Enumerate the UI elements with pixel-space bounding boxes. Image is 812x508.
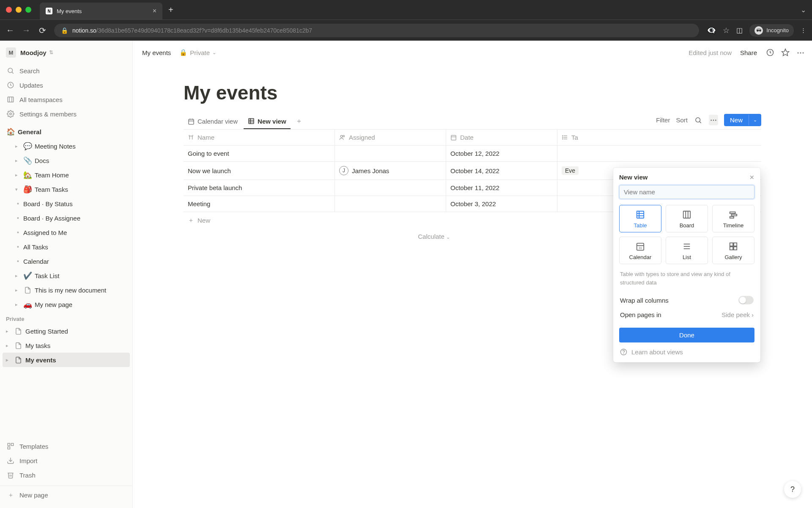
sidebar-page-getting-started[interactable]: ▸ Getting Started <box>3 324 130 338</box>
help-fab[interactable]: ? <box>784 481 801 498</box>
done-button[interactable]: Done <box>619 328 754 342</box>
filter-button[interactable]: Filter <box>656 116 670 124</box>
table-row[interactable]: Going to event October 12, 2022 <box>184 146 761 162</box>
reload-button[interactable]: ⟳ <box>38 25 47 36</box>
sidebar-page-board-status[interactable]: • Board · By Status <box>3 196 130 211</box>
private-indicator[interactable]: 🔒 Private ⌄ <box>176 47 219 58</box>
browser-menu-icon[interactable]: ⋮ <box>801 27 806 33</box>
column-tags[interactable]: Ta <box>557 130 761 145</box>
sidebar-page-docs[interactable]: ▸ 📎 Docs <box>3 153 130 168</box>
more-icon[interactable]: ⋯ <box>796 48 805 57</box>
expand-icon[interactable]: ▸ <box>15 172 23 178</box>
view-tab-calendar[interactable]: Calendar view <box>184 114 242 128</box>
sidebar-page-meeting-notes[interactable]: ▸ 💬 Meeting Notes <box>3 139 130 153</box>
sidebar-page-new-page[interactable]: ▸ 🚗 My new page <box>3 297 130 312</box>
view-more-icon[interactable]: ⋯ <box>709 115 718 125</box>
sidebar-import[interactable]: Import <box>0 453 132 468</box>
sidebar-page-my-tasks[interactable]: ▸ My tasks <box>3 338 130 353</box>
window-maximize[interactable] <box>25 7 31 13</box>
column-date[interactable]: Date <box>446 130 557 145</box>
cell-name[interactable]: Now we launch <box>184 162 335 179</box>
browser-tab[interactable]: N My events × <box>40 3 162 19</box>
view-type-gallery[interactable]: Gallery <box>712 237 754 264</box>
sidebar-page-all-tasks[interactable]: • All Tasks <box>3 240 130 254</box>
panel-icon[interactable]: ◫ <box>736 26 743 34</box>
column-assigned[interactable]: Assigned <box>335 130 446 145</box>
expand-icon[interactable]: ▸ <box>6 329 14 334</box>
column-name[interactable]: Name <box>184 130 335 145</box>
breadcrumb-page[interactable]: My events <box>140 47 173 58</box>
tab-close-icon[interactable]: × <box>153 7 156 15</box>
sidebar-updates[interactable]: Updates <box>0 78 132 92</box>
add-view-button[interactable]: ＋ <box>292 113 306 129</box>
expand-icon[interactable]: ▸ <box>15 287 23 293</box>
view-tab-new[interactable]: New view <box>244 114 291 129</box>
forward-button[interactable]: → <box>22 25 30 35</box>
cell-date[interactable]: October 14, 2022 <box>446 162 557 179</box>
view-type-list[interactable]: List <box>666 237 708 264</box>
cell-assigned[interactable] <box>335 146 446 161</box>
view-type-calendar[interactable]: 31 Calendar <box>619 237 661 264</box>
learn-views-link[interactable]: Learn about views <box>619 342 754 356</box>
expand-icon[interactable]: ▸ <box>15 158 23 163</box>
sort-button[interactable]: Sort <box>676 116 688 124</box>
sidebar-templates[interactable]: Templates <box>0 439 132 453</box>
collapse-icon[interactable]: ▾ <box>15 187 23 192</box>
cell-assigned[interactable] <box>335 196 446 212</box>
sidebar-page-team-tasks[interactable]: ▾ 🎒 Team Tasks <box>3 182 130 196</box>
cell-assigned[interactable]: J James Jonas <box>335 162 446 179</box>
sidebar-page-new-doc[interactable]: ▸ This is my new document <box>3 283 130 297</box>
page-title[interactable]: My events <box>184 81 761 104</box>
back-button[interactable]: ← <box>6 25 14 35</box>
view-name-input[interactable] <box>619 185 754 199</box>
calculate-button[interactable]: Calculate ⌄ <box>188 233 450 240</box>
sidebar-teamspaces[interactable]: All teamspaces <box>0 92 132 107</box>
private-section-label[interactable]: Private <box>0 312 132 324</box>
sidebar-search[interactable]: Search <box>0 64 132 78</box>
workspace-switcher[interactable]: M Moodjoy ⇅ <box>0 45 132 60</box>
close-icon[interactable]: ✕ <box>749 174 754 181</box>
view-type-board[interactable]: Board <box>666 205 708 232</box>
sidebar-trash[interactable]: Trash <box>0 468 132 482</box>
wrap-columns-row[interactable]: Wrap all columns <box>619 293 754 308</box>
cell-tags[interactable] <box>557 146 761 161</box>
view-type-table[interactable]: Table <box>619 205 661 232</box>
expand-icon[interactable]: ▸ <box>15 302 23 307</box>
expand-icon[interactable]: ▸ <box>15 144 23 149</box>
updates-icon[interactable] <box>765 48 775 57</box>
share-button[interactable]: Share <box>738 47 760 58</box>
sidebar-page-assigned-me[interactable]: • Assigned to Me <box>3 225 130 240</box>
chevron-down-icon[interactable]: ⌄ <box>749 115 761 125</box>
view-type-timeline[interactable]: Timeline <box>712 205 754 232</box>
cell-name[interactable]: Meeting <box>184 196 335 212</box>
cell-date[interactable]: October 12, 2022 <box>446 146 557 161</box>
sidebar-page-board-assignee[interactable]: • Board · By Assignee <box>3 211 130 225</box>
new-record-button[interactable]: New ⌄ <box>724 114 761 126</box>
search-icon[interactable] <box>694 116 703 124</box>
sidebar-page-calendar[interactable]: • Calendar <box>3 254 130 268</box>
favorite-icon[interactable] <box>781 48 790 57</box>
window-minimize[interactable] <box>16 7 22 13</box>
open-pages-row[interactable]: Open pages in Side peek › <box>619 308 754 322</box>
cell-name[interactable]: Private beta launch <box>184 180 335 196</box>
sidebar-new-page[interactable]: ＋ New page <box>0 486 132 504</box>
incognito-badge[interactable]: 🕶 Incognito <box>749 24 794 37</box>
sidebar-page-task-list[interactable]: ▸ ✔️ Task List <box>3 268 130 283</box>
new-tab-button[interactable]: + <box>168 5 173 15</box>
expand-icon[interactable]: ▸ <box>6 357 14 363</box>
cell-assigned[interactable] <box>335 180 446 196</box>
eye-off-icon[interactable]: 👁‍🗨 <box>707 26 716 35</box>
sidebar-settings[interactable]: Settings & members <box>0 107 132 121</box>
expand-icon[interactable]: ▸ <box>15 273 23 279</box>
bookmark-star-icon[interactable]: ☆ <box>723 26 730 35</box>
cell-date[interactable]: October 3, 2022 <box>446 196 557 212</box>
cell-date[interactable]: October 11, 2022 <box>446 180 557 196</box>
wrap-columns-toggle[interactable] <box>738 296 754 304</box>
sidebar-teamspace-general[interactable]: 🏠 General <box>3 124 130 139</box>
address-bar[interactable]: 🔒 notion.so/36d8a1be657e49d0940178c18eac… <box>54 24 699 37</box>
sidebar-page-team-home[interactable]: ▸ 🏡 Team Home <box>3 168 130 182</box>
expand-icon[interactable]: ▸ <box>6 343 14 348</box>
window-close[interactable] <box>6 7 12 13</box>
cell-name[interactable]: Going to event <box>184 146 335 161</box>
sidebar-page-my-events[interactable]: ▸ My events <box>3 353 130 367</box>
